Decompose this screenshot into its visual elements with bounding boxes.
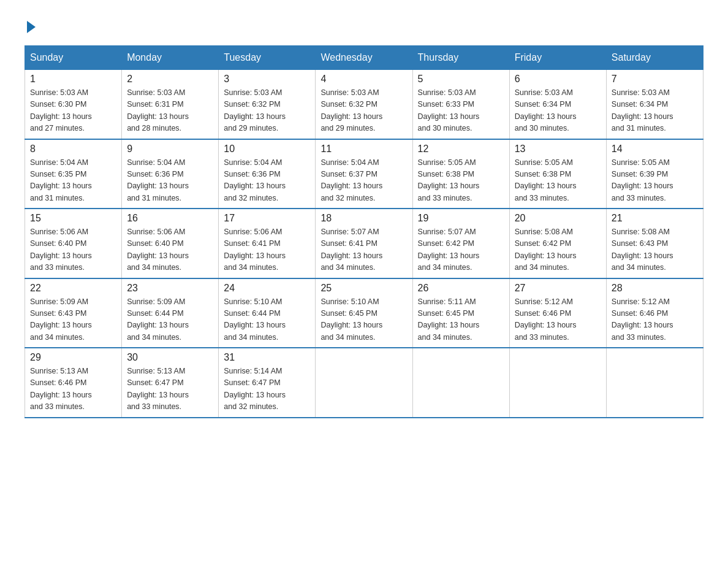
day-number: 3 — [224, 74, 310, 85]
calendar-day-cell: 11 Sunrise: 5:04 AMSunset: 6:37 PMDaylig… — [316, 139, 412, 209]
day-number: 31 — [224, 352, 310, 363]
day-number: 24 — [224, 283, 310, 294]
calendar-day-cell: 20 Sunrise: 5:08 AMSunset: 6:42 PMDaylig… — [509, 209, 606, 278]
day-number: 14 — [612, 144, 698, 155]
day-number: 21 — [612, 213, 698, 224]
calendar-day-cell: 18 Sunrise: 5:07 AMSunset: 6:41 PMDaylig… — [316, 209, 412, 278]
day-number: 27 — [515, 283, 601, 294]
day-info: Sunrise: 5:11 AMSunset: 6:45 PMDaylight:… — [418, 297, 480, 342]
calendar-week-row: 1 Sunrise: 5:03 AMSunset: 6:30 PMDayligh… — [25, 70, 703, 139]
day-info: Sunrise: 5:03 AMSunset: 6:31 PMDaylight:… — [127, 88, 189, 132]
calendar-day-cell — [509, 348, 606, 418]
day-info: Sunrise: 5:13 AMSunset: 6:46 PMDaylight:… — [30, 367, 92, 411]
calendar-day-cell: 5 Sunrise: 5:03 AMSunset: 6:33 PMDayligh… — [412, 70, 509, 139]
calendar-day-cell: 25 Sunrise: 5:10 AMSunset: 6:45 PMDaylig… — [316, 278, 412, 348]
day-info: Sunrise: 5:04 AMSunset: 6:36 PMDaylight:… — [224, 158, 286, 202]
day-info: Sunrise: 5:04 AMSunset: 6:35 PMDaylight:… — [30, 158, 92, 202]
day-number: 25 — [320, 283, 407, 294]
calendar-day-cell — [606, 348, 703, 418]
day-number: 18 — [320, 213, 407, 224]
day-number: 12 — [418, 144, 504, 155]
calendar-day-cell: 31 Sunrise: 5:14 AMSunset: 6:47 PMDaylig… — [219, 348, 316, 418]
day-number: 20 — [515, 213, 601, 224]
calendar-day-cell: 16 Sunrise: 5:06 AMSunset: 6:40 PMDaylig… — [122, 209, 219, 278]
day-info: Sunrise: 5:10 AMSunset: 6:45 PMDaylight:… — [320, 297, 382, 342]
calendar-week-row: 15 Sunrise: 5:06 AMSunset: 6:40 PMDaylig… — [25, 209, 703, 278]
calendar-day-cell: 22 Sunrise: 5:09 AMSunset: 6:43 PMDaylig… — [25, 278, 122, 348]
calendar-day-cell: 13 Sunrise: 5:05 AMSunset: 6:38 PMDaylig… — [509, 139, 606, 209]
day-number: 19 — [418, 213, 504, 224]
calendar-day-cell: 1 Sunrise: 5:03 AMSunset: 6:30 PMDayligh… — [25, 70, 122, 139]
calendar-day-cell: 17 Sunrise: 5:06 AMSunset: 6:41 PMDaylig… — [219, 209, 316, 278]
day-info: Sunrise: 5:08 AMSunset: 6:43 PMDaylight:… — [612, 228, 673, 272]
calendar-week-row: 29 Sunrise: 5:13 AMSunset: 6:46 PMDaylig… — [25, 348, 703, 418]
calendar-day-cell: 28 Sunrise: 5:12 AMSunset: 6:46 PMDaylig… — [606, 278, 703, 348]
calendar-day-cell: 9 Sunrise: 5:04 AMSunset: 6:36 PMDayligh… — [122, 139, 219, 209]
day-number: 8 — [30, 144, 116, 155]
day-info: Sunrise: 5:03 AMSunset: 6:33 PMDaylight:… — [418, 88, 480, 132]
day-number: 4 — [320, 74, 407, 85]
day-info: Sunrise: 5:09 AMSunset: 6:44 PMDaylight:… — [127, 297, 189, 342]
day-info: Sunrise: 5:05 AMSunset: 6:38 PMDaylight:… — [515, 158, 577, 202]
calendar-day-cell: 26 Sunrise: 5:11 AMSunset: 6:45 PMDaylig… — [412, 278, 509, 348]
column-header-wednesday: Wednesday — [316, 46, 412, 70]
day-info: Sunrise: 5:12 AMSunset: 6:46 PMDaylight:… — [612, 297, 673, 342]
day-info: Sunrise: 5:03 AMSunset: 6:30 PMDaylight:… — [30, 88, 92, 132]
calendar-day-cell: 10 Sunrise: 5:04 AMSunset: 6:36 PMDaylig… — [219, 139, 316, 209]
calendar-day-cell: 23 Sunrise: 5:09 AMSunset: 6:44 PMDaylig… — [122, 278, 219, 348]
day-number: 1 — [30, 74, 116, 85]
day-number: 7 — [612, 74, 698, 85]
day-number: 16 — [127, 213, 213, 224]
column-header-tuesday: Tuesday — [219, 46, 316, 70]
day-info: Sunrise: 5:07 AMSunset: 6:41 PMDaylight:… — [320, 228, 382, 272]
logo — [25, 18, 36, 33]
calendar-day-cell: 8 Sunrise: 5:04 AMSunset: 6:35 PMDayligh… — [25, 139, 122, 209]
day-info: Sunrise: 5:03 AMSunset: 6:32 PMDaylight:… — [320, 88, 382, 132]
column-header-friday: Friday — [509, 46, 606, 70]
day-number: 26 — [418, 283, 504, 294]
day-info: Sunrise: 5:06 AMSunset: 6:40 PMDaylight:… — [30, 228, 92, 272]
calendar-day-cell: 21 Sunrise: 5:08 AMSunset: 6:43 PMDaylig… — [606, 209, 703, 278]
day-number: 15 — [30, 213, 116, 224]
column-header-thursday: Thursday — [412, 46, 509, 70]
day-number: 2 — [127, 74, 213, 85]
calendar-day-cell — [316, 348, 412, 418]
day-number: 17 — [224, 213, 310, 224]
day-info: Sunrise: 5:04 AMSunset: 6:36 PMDaylight:… — [127, 158, 189, 202]
day-number: 5 — [418, 74, 504, 85]
day-info: Sunrise: 5:05 AMSunset: 6:39 PMDaylight:… — [612, 158, 673, 202]
day-info: Sunrise: 5:07 AMSunset: 6:42 PMDaylight:… — [418, 228, 480, 272]
day-number: 30 — [127, 352, 213, 363]
day-number: 9 — [127, 144, 213, 155]
day-info: Sunrise: 5:13 AMSunset: 6:47 PMDaylight:… — [127, 367, 189, 411]
calendar-day-cell: 3 Sunrise: 5:03 AMSunset: 6:32 PMDayligh… — [219, 70, 316, 139]
day-number: 23 — [127, 283, 213, 294]
calendar-day-cell: 6 Sunrise: 5:03 AMSunset: 6:34 PMDayligh… — [509, 70, 606, 139]
day-number: 29 — [30, 352, 116, 363]
calendar-week-row: 22 Sunrise: 5:09 AMSunset: 6:43 PMDaylig… — [25, 278, 703, 348]
logo-arrow-icon — [27, 21, 36, 33]
day-info: Sunrise: 5:03 AMSunset: 6:34 PMDaylight:… — [612, 88, 673, 132]
day-info: Sunrise: 5:03 AMSunset: 6:34 PMDaylight:… — [515, 88, 577, 132]
column-header-sunday: Sunday — [25, 46, 122, 70]
calendar-day-cell: 4 Sunrise: 5:03 AMSunset: 6:32 PMDayligh… — [316, 70, 412, 139]
calendar-day-cell — [412, 348, 509, 418]
day-info: Sunrise: 5:10 AMSunset: 6:44 PMDaylight:… — [224, 297, 286, 342]
day-info: Sunrise: 5:09 AMSunset: 6:43 PMDaylight:… — [30, 297, 92, 342]
page-header — [25, 18, 703, 33]
day-info: Sunrise: 5:08 AMSunset: 6:42 PMDaylight:… — [515, 228, 577, 272]
calendar-day-cell: 7 Sunrise: 5:03 AMSunset: 6:34 PMDayligh… — [606, 70, 703, 139]
column-header-monday: Monday — [122, 46, 219, 70]
calendar-day-cell: 30 Sunrise: 5:13 AMSunset: 6:47 PMDaylig… — [122, 348, 219, 418]
day-number: 11 — [320, 144, 407, 155]
day-number: 10 — [224, 144, 310, 155]
calendar-day-cell: 12 Sunrise: 5:05 AMSunset: 6:38 PMDaylig… — [412, 139, 509, 209]
day-number: 6 — [515, 74, 601, 85]
calendar-header-row: SundayMondayTuesdayWednesdayThursdayFrid… — [25, 46, 703, 70]
calendar-day-cell: 27 Sunrise: 5:12 AMSunset: 6:46 PMDaylig… — [509, 278, 606, 348]
day-number: 22 — [30, 283, 116, 294]
day-info: Sunrise: 5:06 AMSunset: 6:41 PMDaylight:… — [224, 228, 286, 272]
calendar-week-row: 8 Sunrise: 5:04 AMSunset: 6:35 PMDayligh… — [25, 139, 703, 209]
calendar-table: SundayMondayTuesdayWednesdayThursdayFrid… — [25, 45, 703, 418]
day-info: Sunrise: 5:04 AMSunset: 6:37 PMDaylight:… — [320, 158, 382, 202]
